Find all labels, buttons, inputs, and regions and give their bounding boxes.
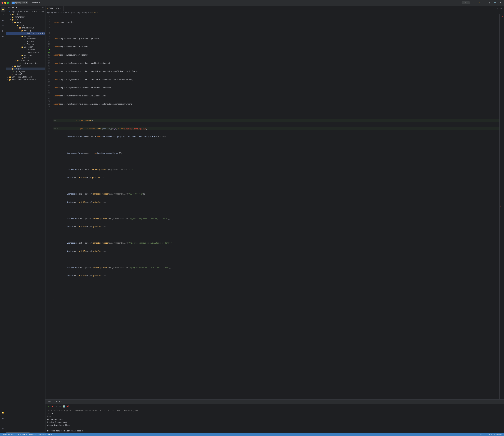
- status-line-ending[interactable]: LF: [485, 433, 487, 435]
- tree-item-test-event[interactable]: ▶ ☕ TestEvent: [6, 48, 45, 51]
- tree-item-scratches[interactable]: ▶ 📂 Scratches and Consoles: [6, 78, 45, 81]
- activity-terminal[interactable]: ⊞: [0, 416, 5, 421]
- status-src[interactable]: src: [17, 433, 22, 435]
- status-bar: ⚙ SpringTest › src › main › java › org ›…: [0, 433, 504, 436]
- app-title[interactable]: ST SpringTest ▼: [11, 1, 28, 4]
- code-line-4: import org.example.entity.Student;: [54, 45, 499, 48]
- tree-item-service[interactable]: 📂 service: [6, 54, 45, 57]
- run-config-icon: ▶: [463, 2, 464, 4]
- tree-item-src[interactable]: ▼ 📂 src: [6, 18, 45, 21]
- activity-problems[interactable]: ⚠: [0, 421, 5, 426]
- search-button[interactable]: 🔍: [493, 1, 497, 5]
- git-branch-icon: ⑂: [30, 2, 31, 4]
- status-file: Main: [48, 433, 52, 435]
- close-button[interactable]: [1, 2, 3, 4]
- activity-run[interactable]: ▶: [0, 18, 5, 23]
- sidebar-gear-icon[interactable]: ⚙: [42, 7, 44, 9]
- tree-item-springtest-root[interactable]: ▼ ST SpringTest ~/Desktop/CS/JavaEE/2 Ja…: [6, 10, 45, 13]
- status-project[interactable]: ⚙ SpringTest: [2, 433, 15, 436]
- tree-item-art-teacher[interactable]: ▶ ☕ ArtTeacher: [6, 37, 45, 40]
- bottom-tab-main[interactable]: ☕ Main ✕: [53, 400, 64, 404]
- tree-item-external-libs[interactable]: ▶ 📂 External Libraries: [6, 76, 45, 78]
- activity-debug[interactable]: ⊙: [0, 23, 5, 28]
- breadcrumb-sep-4: ›: [75, 12, 76, 14]
- tabs-split-button[interactable]: ⊡: [499, 7, 503, 10]
- rerun-button[interactable]: ↻: [47, 405, 50, 408]
- window-controls[interactable]: [1, 2, 9, 4]
- activity-notifications[interactable]: 🔔: [0, 410, 5, 415]
- label-listener: listener: [24, 46, 33, 48]
- tree-item-listener[interactable]: ▼ 📂 listener: [6, 46, 45, 48]
- stop-button[interactable]: ◼: [51, 405, 54, 408]
- branch-indicator[interactable]: ⑂ master ▼: [30, 2, 39, 4]
- tree-item-pom-xml[interactable]: ▶ m pom.xml: [6, 73, 45, 76]
- tree-item-idea[interactable]: ▶ 📂 .idea: [6, 13, 45, 16]
- ln-12: 12: [46, 45, 51, 48]
- tree-item-org-example[interactable]: ▼ 📦 org.example: [6, 27, 45, 29]
- activity-vcs[interactable]: ⑂: [0, 12, 5, 17]
- ln-13: 13 ▶: [46, 48, 51, 51]
- pause-button[interactable]: ⏸: [55, 405, 58, 408]
- debug-button[interactable]: ⑇: [477, 1, 481, 5]
- tree-item-target[interactable]: ▶ 📂 target: [6, 68, 45, 70]
- breadcrumb-example[interactable]: example: [83, 12, 89, 14]
- breadcrumb-src[interactable]: src: [60, 12, 63, 14]
- error-count[interactable]: ⚠5 ▼: [500, 16, 504, 18]
- tree-item-main[interactable]: ▼ 📂 main: [6, 21, 45, 24]
- tree-item-test-properties[interactable]: ▶ ⚙ test.properties: [6, 62, 45, 65]
- activity-project[interactable]: 📁: [0, 7, 5, 12]
- more-run-actions[interactable]: ⋮: [70, 405, 73, 408]
- tree-item-main-java[interactable]: ▶ ☕ Main: [6, 57, 45, 59]
- breadcrumb-org[interactable]: org: [77, 12, 80, 14]
- code-line-22: Expression exp2 = parser.parseExpression…: [54, 193, 499, 195]
- tree-item-resources[interactable]: ▼ 📂 resources: [6, 59, 45, 62]
- tree-item-main-configuration[interactable]: ▶ ☕ MainConfiguration: [6, 32, 45, 35]
- ln-19: 19: [46, 65, 51, 67]
- label-gitignore: .gitignore: [15, 71, 26, 73]
- settings-button[interactable]: ⚙: [499, 1, 503, 5]
- pin-button[interactable]: 📌: [66, 405, 69, 408]
- status-encoding[interactable]: UTF-8: [488, 433, 493, 435]
- bottom-minimize-button[interactable]: —: [500, 400, 503, 403]
- arrow-src: ▼: [9, 19, 11, 21]
- tree-item-config[interactable]: ▼ 📂 config: [6, 29, 45, 32]
- status-position[interactable]: 35:2: [480, 433, 484, 435]
- tree-item-test[interactable]: ▶ 📂 test: [6, 65, 45, 68]
- minimize-button[interactable]: [4, 2, 6, 4]
- run-config[interactable]: ▶ Main: [462, 1, 470, 4]
- activity-more[interactable]: ≡: [0, 427, 5, 431]
- activity-database[interactable]: 🗄: [0, 29, 5, 34]
- run-button[interactable]: ▶: [472, 1, 475, 5]
- tree-item-springtest-folder[interactable]: ▶ 📂 SpringTest: [6, 16, 45, 18]
- main-tab-close[interactable]: ✕: [61, 401, 62, 403]
- tree-item-test-listener[interactable]: ▶ ☕ TestListener: [6, 51, 45, 54]
- run-profiler-button[interactable]: 📊: [62, 405, 65, 408]
- breadcrumb-java[interactable]: java: [71, 12, 75, 14]
- breadcrumb-main-class[interactable]: ⊙ Main: [92, 12, 98, 14]
- breadcrumb-sep-6: ›: [90, 12, 91, 14]
- user-profile-button[interactable]: ◯: [488, 1, 492, 5]
- ln-25: 25: [46, 81, 51, 84]
- activity-maven[interactable]: m: [0, 34, 5, 39]
- run-coverage-button[interactable]: ⊙: [58, 405, 62, 408]
- ln-4: 4: [46, 24, 51, 27]
- tree-item-gitignore[interactable]: ▶ ⎇ .gitignore: [6, 70, 45, 73]
- editor-tab-main-java[interactable]: ☕ Main.java ✕: [46, 6, 64, 11]
- tree-item-java[interactable]: ▼ 📂 java: [6, 24, 45, 27]
- breadcrumb-springtest[interactable]: SpringTest: [47, 12, 57, 14]
- status-indent[interactable]: 4 spaces: [494, 433, 502, 435]
- tree-item-entity[interactable]: ▼ 📂 entity: [6, 35, 45, 37]
- ln-35: 35: [46, 108, 51, 111]
- more-actions-button[interactable]: ⋯: [483, 1, 486, 5]
- code-editor[interactable]: 1 2 3 4 5 6 7 8 9 10 11 12 13 ▶ 14 ▶ 15 …: [46, 14, 504, 399]
- breadcrumb-main[interactable]: main: [65, 12, 69, 14]
- maximize-button[interactable]: [7, 2, 9, 4]
- tree-item-student[interactable]: ▶ ☕ Student: [6, 40, 45, 43]
- tabs-menu-button[interactable]: ⋯: [495, 7, 499, 10]
- tab-close-main-java[interactable]: ✕: [60, 7, 62, 9]
- terminal-output: /users/eve/Library/Java/JavaVirtualMachi…: [46, 409, 504, 433]
- bottom-more-button[interactable]: ⋯: [496, 400, 499, 403]
- code-content[interactable]: package org.example; import org.example.…: [52, 14, 499, 399]
- bottom-tab-run[interactable]: Run: [47, 400, 53, 404]
- tree-item-teacher[interactable]: ▶ ☕ Teacher: [6, 43, 45, 46]
